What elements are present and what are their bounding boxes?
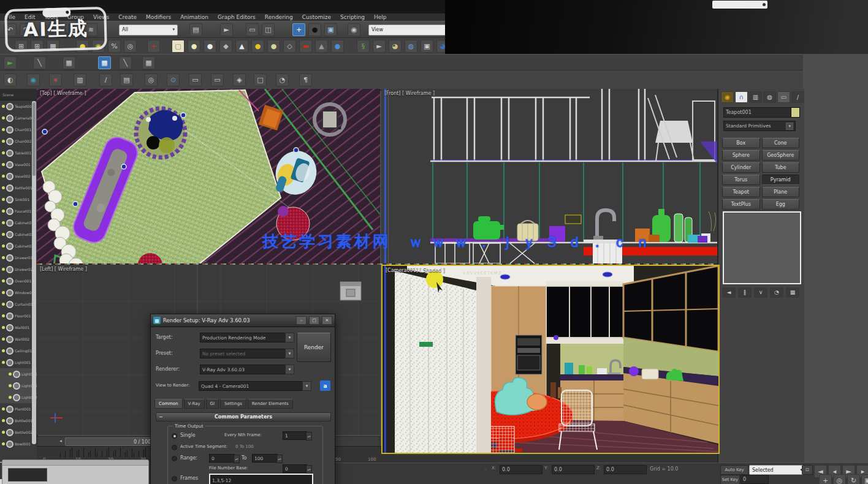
close-button[interactable]: ✕ (322, 316, 332, 325)
object-type-cone[interactable]: Cone (762, 138, 800, 148)
scene-list-item[interactable]: Faucet01 (0, 205, 37, 217)
prim-sphere-pale-icon[interactable]: ● (188, 40, 200, 53)
minimize-button[interactable]: – (296, 316, 306, 325)
material-sphere-icon[interactable]: ◕ (389, 40, 402, 53)
scene-list-item[interactable]: Teapot001 (0, 100, 37, 112)
menu-scripting[interactable]: Scripting (340, 14, 365, 20)
item-visibility-icon[interactable] (6, 231, 13, 238)
scene-list-item[interactable]: Light001 (0, 357, 37, 368)
scene-scrollbar[interactable] (32, 101, 36, 444)
segment-radio[interactable] (172, 445, 177, 450)
item-visibility-icon[interactable] (6, 266, 13, 273)
target-blue-icon[interactable]: ⊙ (167, 74, 180, 86)
item-visibility-icon[interactable] (6, 254, 13, 262)
menu-help[interactable]: Help (374, 14, 387, 20)
item-visibility-icon[interactable] (6, 417, 13, 425)
item-visibility-icon[interactable] (6, 208, 13, 215)
eye-icon[interactable]: ◔ (276, 74, 289, 86)
item-visibility-icon[interactable] (13, 394, 20, 401)
scene-list-item[interactable]: Chair002 (0, 135, 37, 147)
window-crossing-icon[interactable]: ◫ (262, 23, 275, 36)
target-dropdown[interactable]: Production Rendering Mode (200, 333, 289, 342)
shortcut-override-icon[interactable]: + (147, 40, 160, 53)
scene-list-item[interactable]: Wall001 (0, 322, 37, 333)
pin-stack-icon[interactable]: ◄ (722, 287, 736, 298)
renderer-dropdown-arrow[interactable]: ▾ (285, 365, 294, 374)
tab-motion-icon[interactable]: ◍ (763, 91, 776, 103)
category-dropdown[interactable]: Standard Primitives▾ (723, 121, 796, 131)
item-visibility-icon[interactable] (6, 406, 13, 413)
range-from-spinner[interactable]: 0 (209, 454, 235, 463)
grid-small2-icon[interactable]: ▦ (142, 56, 155, 69)
scene-list-item[interactable]: Camera001 (0, 112, 37, 124)
percent-snap-icon[interactable]: % (108, 40, 121, 53)
curve-editor-icon[interactable]: § (357, 40, 370, 53)
selection-filter-dropdown[interactable]: All▾ (119, 25, 178, 36)
pan-hand-icon[interactable]: + (819, 474, 832, 484)
object-type-torus[interactable]: Torus (722, 175, 760, 185)
x-coordinate-field[interactable]: 0.0 (500, 465, 542, 474)
scene-list-item[interactable]: Bowl001 (0, 438, 37, 450)
lock-view-button[interactable]: a (320, 380, 330, 391)
schematic-view-icon[interactable]: ► (373, 40, 386, 53)
render-tab-gi[interactable]: GI (206, 399, 219, 409)
object-type-textplus[interactable]: TextPlus (722, 199, 760, 210)
item-visibility-icon[interactable] (6, 184, 13, 192)
scene-list-item[interactable]: Sink001 (0, 194, 37, 205)
menu-rendering[interactable]: Rendering (265, 14, 293, 20)
scene-list-item[interactable]: Kettle001 (0, 182, 37, 194)
scene-list-item[interactable]: Window01 (0, 287, 37, 298)
menu-animation[interactable]: Animation (180, 14, 208, 20)
object-type-pyramid[interactable]: Pyramid (762, 175, 800, 185)
pause-icon[interactable]: ‖ (738, 287, 752, 298)
range-to-spinner[interactable]: 100 (252, 454, 278, 463)
renderer-dropdown[interactable]: V-Ray Adv 3.60.03 (200, 365, 289, 374)
maximize-button[interactable]: □ (309, 316, 319, 325)
scene-list-item[interactable]: Oven001 (0, 275, 37, 287)
item-visibility-icon[interactable] (6, 103, 13, 110)
item-visibility-icon[interactable] (6, 429, 13, 436)
item-visibility-icon[interactable] (6, 324, 13, 331)
filters-button[interactable]: ⊡ (802, 465, 813, 475)
sphere-half-icon[interactable]: ◐ (4, 74, 17, 86)
menu-customize[interactable]: Customize (302, 14, 331, 20)
scene-list-item[interactable]: Plant001 (0, 403, 37, 415)
grid-small-icon[interactable]: ▦ (63, 56, 75, 69)
target-dropdown-arrow[interactable]: ▾ (285, 333, 294, 342)
scene-list-item[interactable]: Table001 (0, 147, 37, 159)
item-visibility-icon[interactable] (6, 149, 13, 157)
render-tab-settings[interactable]: Settings (220, 399, 246, 409)
range-radio[interactable] (172, 456, 177, 461)
scene-list-item[interactable]: Drawer02 (0, 263, 37, 275)
prim-sphere-khaki-icon[interactable]: ● (267, 40, 280, 53)
zoom-icon[interactable]: ◎ (833, 474, 846, 484)
selection-set-dropdown[interactable]: Selected▾ (749, 465, 805, 475)
prim-sphere-white-icon[interactable]: ● (204, 40, 216, 53)
quick-access-box[interactable] (712, 1, 767, 9)
viewport-camera[interactable]: [Camera001] [ Shaded ] +XVVKCETKMZ (381, 265, 720, 454)
viewport-top-label[interactable]: [Top] [ Wireframe ] (40, 91, 86, 96)
file-number-base-spinner[interactable]: 0 (283, 464, 307, 473)
page-icon[interactable]: ▤ (120, 74, 133, 86)
viewport-left-label[interactable]: [Left] [ Wireframe ] (40, 267, 87, 272)
object-type-plane[interactable]: Plane (762, 187, 800, 197)
orbit-icon[interactable]: ↻ (847, 474, 860, 484)
scene-list-item[interactable]: Vase001 (0, 159, 37, 170)
scene-list-item[interactable]: Cabinet03 (0, 240, 37, 252)
view-to-render-dropdown[interactable]: Quad 4 - Camera001 (199, 381, 306, 391)
pivot-sphere-icon[interactable]: ◉ (348, 23, 360, 36)
tab-hierarchy-icon[interactable]: ▥ (749, 91, 762, 103)
square-icon[interactable]: □ (254, 74, 267, 86)
fan-icon[interactable]: ◈ (233, 74, 246, 86)
select-object-icon[interactable]: ► (220, 23, 233, 36)
viewport-front-label[interactable]: [Front] [ Wireframe ] (384, 91, 435, 96)
scene-list-item[interactable]: Ceiling01 (0, 345, 37, 357)
object-name-field[interactable]: Teapot001 (723, 107, 793, 118)
single-radio[interactable] (172, 433, 177, 439)
viewport-layout-icon[interactable]: ▦ (98, 56, 111, 69)
donut-icon[interactable]: ◎ (145, 74, 158, 86)
select-move-icon[interactable]: + (292, 23, 305, 36)
item-visibility-icon[interactable] (6, 173, 13, 180)
auto-key-button[interactable]: Auto Key (720, 465, 748, 475)
item-visibility-icon[interactable] (13, 382, 20, 390)
